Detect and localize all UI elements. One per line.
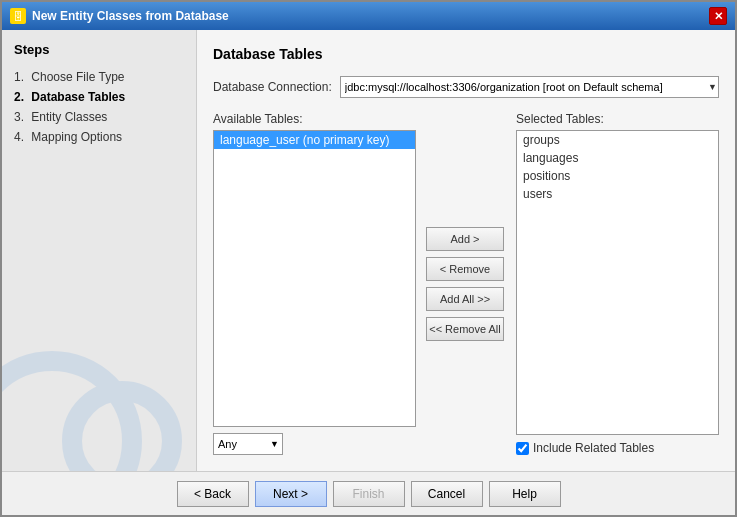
selected-table-item-1[interactable]: languages (517, 149, 718, 167)
panel-title: Database Tables (213, 46, 719, 62)
window-icon: 🗄 (10, 8, 26, 24)
available-tables-listbox[interactable]: language_user (no primary key) (213, 130, 416, 427)
finish-button[interactable]: Finish (333, 481, 405, 507)
step-item-3: 3. Entity Classes (14, 107, 184, 127)
main-window: 🗄 New Entity Classes from Database ✕ Ste… (0, 0, 737, 517)
sidebar-title: Steps (14, 42, 184, 57)
back-button[interactable]: < Back (177, 481, 249, 507)
include-related-checkbox[interactable] (516, 442, 529, 455)
selected-tables-label: Selected Tables: (516, 112, 719, 126)
filter-select[interactable]: Any Tables Views (213, 433, 283, 455)
sidebar: Steps 1. Choose File Type 2. Database Ta… (2, 30, 197, 471)
title-bar: 🗄 New Entity Classes from Database ✕ (2, 2, 735, 30)
step-label-2: Database Tables (31, 90, 125, 104)
main-panel: Database Tables Database Connection: jdb… (197, 30, 735, 471)
add-all-button[interactable]: Add All >> (426, 287, 504, 311)
step-number-3: 3. (14, 110, 28, 124)
steps-list: 1. Choose File Type 2. Database Tables 3… (14, 67, 184, 147)
title-bar-left: 🗄 New Entity Classes from Database (10, 8, 229, 24)
buttons-column: Add > < Remove Add All >> << Remove All (426, 112, 506, 455)
step-label-3: Entity Classes (31, 110, 107, 124)
step-item-2: 2. Database Tables (14, 87, 184, 107)
next-button[interactable]: Next > (255, 481, 327, 507)
selected-table-item-3[interactable]: users (517, 185, 718, 203)
available-tables-column: Available Tables: language_user (no prim… (213, 112, 416, 455)
sidebar-watermark (2, 351, 196, 471)
step-number-2: 2. (14, 90, 28, 104)
content-area: Steps 1. Choose File Type 2. Database Ta… (2, 30, 735, 471)
db-connection-row: Database Connection: jdbc:mysql://localh… (213, 76, 719, 98)
selected-tables-listbox[interactable]: groups languages positions users (516, 130, 719, 435)
remove-button[interactable]: < Remove (426, 257, 504, 281)
available-table-item-0[interactable]: language_user (no primary key) (214, 131, 415, 149)
selected-tables-section: Selected Tables: groups languages positi… (516, 112, 719, 455)
help-button[interactable]: Help (489, 481, 561, 507)
selected-table-item-2[interactable]: positions (517, 167, 718, 185)
include-related-label: Include Related Tables (533, 441, 654, 455)
available-tables-label: Available Tables: (213, 112, 416, 126)
close-button[interactable]: ✕ (709, 7, 727, 25)
step-item-1: 1. Choose File Type (14, 67, 184, 87)
filter-row: Any Tables Views ▼ (213, 433, 416, 455)
db-connection-select[interactable]: jdbc:mysql://localhost:3306/organization… (340, 76, 719, 98)
step-item-4: 4. Mapping Options (14, 127, 184, 147)
step-label-4: Mapping Options (31, 130, 122, 144)
selected-table-item-0[interactable]: groups (517, 131, 718, 149)
footer: < Back Next > Finish Cancel Help (2, 471, 735, 515)
step-label-1: Choose File Type (31, 70, 124, 84)
cancel-button[interactable]: Cancel (411, 481, 483, 507)
window-title: New Entity Classes from Database (32, 9, 229, 23)
tables-area: Available Tables: language_user (no prim… (213, 112, 719, 455)
remove-all-button[interactable]: << Remove All (426, 317, 504, 341)
step-number-1: 1. (14, 70, 28, 84)
db-connection-label: Database Connection: (213, 80, 332, 94)
step-number-4: 4. (14, 130, 28, 144)
include-related-row: Include Related Tables (516, 441, 719, 455)
filter-select-wrapper: Any Tables Views ▼ (213, 433, 283, 455)
add-button[interactable]: Add > (426, 227, 504, 251)
db-connection-select-wrapper: jdbc:mysql://localhost:3306/organization… (340, 76, 719, 98)
